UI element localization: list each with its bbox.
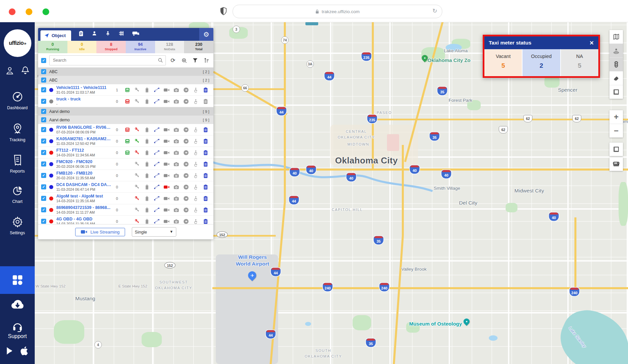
zoom-out-button[interactable]: −	[609, 124, 623, 138]
accessibility-icon[interactable]	[191, 150, 201, 155]
media-playback-icon[interactable]	[181, 196, 191, 201]
vehicle-row[interactable]: ✓FT112 - FT11214-03-2024 11:34:56 AM0	[38, 147, 213, 158]
status-cell-running[interactable]: 0Running	[38, 41, 67, 53]
video-camera-icon[interactable]	[161, 185, 171, 189]
trip-log-icon[interactable]	[201, 161, 210, 167]
reload-icon[interactable]: ↻	[432, 7, 437, 14]
battery-icon[interactable]	[142, 219, 152, 224]
photo-camera-icon[interactable]	[171, 127, 181, 132]
sidebar-item-cloud-download[interactable]	[0, 298, 35, 310]
vehicle-row[interactable]: ✓truck - truck-0	[38, 96, 213, 107]
tab-trailer-icon[interactable]	[132, 31, 140, 38]
group-checkbox[interactable]: ✓	[41, 69, 46, 74]
route-icon[interactable]	[152, 127, 161, 132]
tab-passenger-icon[interactable]	[92, 31, 97, 38]
vehicle-row[interactable]: ✓FMC920 - FMC92020-02-2024 06:06:15 PM0	[38, 158, 213, 170]
notifications-bell-icon[interactable]	[21, 66, 30, 77]
trip-log-icon[interactable]	[201, 196, 210, 201]
route-icon[interactable]	[152, 173, 161, 178]
group-checkbox[interactable]: ✓	[41, 109, 46, 114]
trip-log-icon[interactable]	[201, 99, 210, 104]
group-row[interactable]: ✓Aarvi demo[ 9 ]	[38, 107, 213, 116]
search-icon[interactable]	[158, 58, 163, 64]
trip-log-icon[interactable]	[201, 139, 210, 144]
trip-log-icon[interactable]	[201, 87, 210, 93]
taxi-meter-icon[interactable]	[122, 99, 132, 104]
window-minimize-button[interactable]	[26, 8, 32, 15]
trip-log-icon[interactable]	[201, 219, 210, 224]
photo-camera-icon[interactable]	[171, 139, 181, 144]
route-icon[interactable]	[152, 99, 161, 104]
panel-settings-gear-icon[interactable]: ⚙	[199, 28, 213, 41]
ignition-key-icon[interactable]	[132, 184, 142, 189]
sidebar-item-tracking[interactable]: Tracking	[0, 123, 35, 142]
user-profile-icon[interactable]	[5, 66, 14, 77]
taxi-meter-icon[interactable]	[122, 127, 132, 132]
photo-camera-icon[interactable]	[171, 219, 181, 224]
media-playback-icon[interactable]	[181, 161, 191, 167]
accessibility-icon[interactable]	[191, 139, 201, 144]
media-playback-icon[interactable]	[181, 99, 191, 104]
apple-icon[interactable]	[20, 346, 29, 357]
photo-camera-icon[interactable]	[171, 88, 181, 92]
vehicle-checkbox[interactable]: ✓	[41, 150, 46, 155]
group-row[interactable]: ✓ABC[ 2 ]	[38, 67, 213, 76]
accessibility-icon[interactable]	[191, 161, 201, 167]
video-camera-icon[interactable]	[161, 88, 171, 92]
ignition-key-icon[interactable]	[132, 196, 142, 201]
map-canvas[interactable]: ✈ ● ● nyLake AlumaOklahoma City ZoSpence…	[35, 22, 628, 364]
media-playback-icon[interactable]	[181, 127, 191, 132]
window-zoom-button[interactable]	[42, 8, 49, 15]
map-type-button[interactable]	[609, 30, 623, 44]
sidebar-item-settings[interactable]: Settings	[0, 216, 35, 235]
media-playback-icon[interactable]	[181, 139, 191, 144]
status-cell-nodata[interactable]: 128NoData	[155, 41, 184, 53]
vehicle-row[interactable]: ✓RV06 BANGLORE - RV06 B...07-03-2024 08:…	[38, 124, 213, 135]
video-camera-icon[interactable]	[161, 208, 171, 212]
ignition-key-icon[interactable]	[132, 207, 142, 212]
status-cell-stopped[interactable]: 8Stopped	[96, 41, 126, 53]
battery-icon[interactable]	[142, 150, 152, 155]
photo-camera-icon[interactable]	[171, 173, 181, 178]
group-checkbox[interactable]: ✓	[41, 78, 46, 83]
ignition-key-icon[interactable]	[132, 87, 142, 92]
filter-icon[interactable]	[191, 58, 199, 63]
media-playback-icon[interactable]	[181, 87, 191, 93]
video-camera-icon[interactable]	[161, 139, 171, 144]
accessibility-icon[interactable]	[191, 184, 201, 190]
group-checkbox[interactable]: ✓	[41, 117, 46, 122]
photo-camera-icon[interactable]	[171, 99, 181, 104]
traffic-button[interactable]	[609, 58, 623, 71]
ignition-key-icon[interactable]	[132, 127, 142, 132]
google-play-icon[interactable]	[6, 346, 14, 357]
route-icon[interactable]	[152, 184, 161, 189]
taxi-meter-button[interactable]	[609, 157, 623, 171]
photo-camera-icon[interactable]	[171, 208, 181, 212]
battery-icon[interactable]	[142, 127, 152, 132]
media-playback-icon[interactable]	[181, 150, 191, 155]
privacy-shield-icon[interactable]	[220, 7, 227, 17]
vehicle-checkbox[interactable]: ✓	[41, 196, 46, 201]
battery-icon[interactable]	[142, 173, 152, 178]
ignition-key-icon[interactable]	[132, 150, 142, 155]
ignition-key-icon[interactable]	[132, 161, 142, 166]
video-camera-icon[interactable]	[161, 127, 171, 132]
vehicle-checkbox[interactable]: ✓	[41, 219, 46, 224]
geofence-add-icon[interactable]	[180, 58, 188, 63]
battery-icon[interactable]	[142, 139, 152, 144]
tab-grid-icon[interactable]	[119, 31, 124, 38]
vehicle-row[interactable]: ✓4G OBD - 4G OBD14-03-2024 11:35:15 AM0	[38, 216, 213, 224]
vehicle-checkbox[interactable]: ✓	[41, 161, 46, 166]
zoom-in-button[interactable]: +	[609, 110, 623, 124]
sidebar-item-dashboard[interactable]: Dashboard	[0, 91, 35, 110]
video-camera-icon[interactable]	[161, 99, 171, 104]
accessibility-icon[interactable]	[191, 196, 201, 201]
vehicle-checkbox[interactable]: ✓	[41, 127, 46, 132]
sidebar-item-support[interactable]: Support	[0, 321, 35, 339]
search-input[interactable]	[49, 55, 166, 65]
ignition-key-icon[interactable]	[132, 99, 142, 104]
accessibility-icon[interactable]	[191, 127, 201, 132]
sidebar-item-apps-active[interactable]	[0, 266, 35, 294]
group-row[interactable]: ✓ABC[ 2 ]	[38, 76, 213, 84]
accessibility-icon[interactable]	[191, 99, 201, 104]
